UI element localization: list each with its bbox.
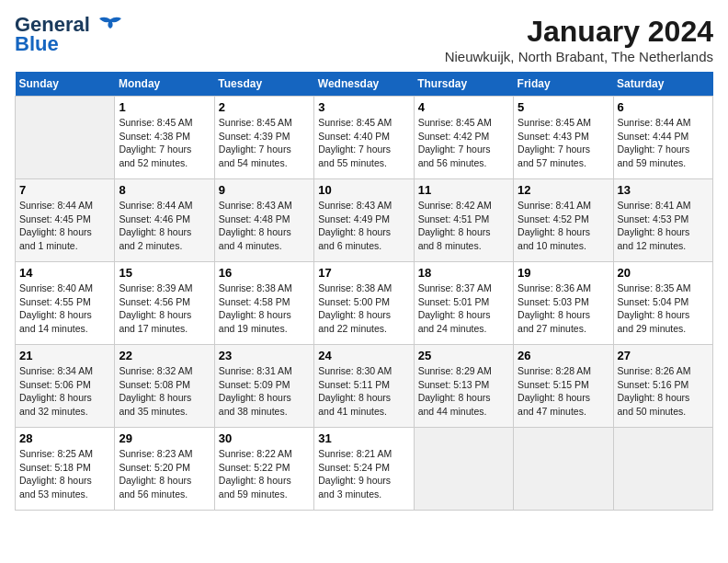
day-info: Sunrise: 8:37 AMSunset: 5:01 PMDaylight:… [418, 282, 509, 336]
day-number: 2 [219, 100, 310, 114]
day-number: 18 [418, 266, 509, 280]
calendar-cell: 23Sunrise: 8:31 AMSunset: 5:09 PMDayligh… [214, 345, 313, 428]
calendar-cell: 16Sunrise: 8:38 AMSunset: 4:58 PMDayligh… [214, 262, 313, 345]
calendar-cell [16, 97, 115, 179]
day-number: 14 [19, 266, 110, 280]
day-info: Sunrise: 8:44 AMSunset: 4:45 PMDaylight:… [19, 199, 110, 253]
logo: General Blue [15, 15, 123, 54]
day-info: Sunrise: 8:31 AMSunset: 5:09 PMDaylight:… [219, 364, 310, 419]
calendar-cell: 14Sunrise: 8:40 AMSunset: 4:55 PMDayligh… [16, 262, 115, 345]
day-info: Sunrise: 8:38 AMSunset: 4:58 PMDaylight:… [219, 282, 310, 336]
day-info: Sunrise: 8:28 AMSunset: 5:15 PMDaylight:… [518, 364, 609, 419]
calendar-cell: 20Sunrise: 8:35 AMSunset: 5:04 PMDayligh… [613, 262, 712, 345]
day-info: Sunrise: 8:44 AMSunset: 4:46 PMDaylight:… [119, 199, 210, 253]
day-number: 21 [19, 349, 110, 362]
calendar-cell: 15Sunrise: 8:39 AMSunset: 4:56 PMDayligh… [115, 262, 214, 345]
day-number: 28 [19, 431, 110, 445]
calendar-cell: 31Sunrise: 8:21 AMSunset: 5:24 PMDayligh… [314, 428, 414, 511]
day-number: 15 [119, 266, 210, 280]
week-row-2: 7Sunrise: 8:44 AMSunset: 4:45 PMDaylight… [16, 179, 713, 262]
day-number: 17 [318, 266, 409, 280]
day-info: Sunrise: 8:32 AMSunset: 5:08 PMDaylight:… [119, 364, 210, 419]
calendar-cell: 22Sunrise: 8:32 AMSunset: 5:08 PMDayligh… [115, 345, 214, 428]
day-info: Sunrise: 8:45 AMSunset: 4:39 PMDaylight:… [219, 116, 310, 170]
col-sunday: Sunday [16, 72, 115, 97]
calendar-cell: 13Sunrise: 8:41 AMSunset: 4:53 PMDayligh… [613, 179, 712, 262]
calendar-table: Sunday Monday Tuesday Wednesday Thursday… [15, 72, 713, 511]
day-number: 13 [618, 183, 709, 197]
day-info: Sunrise: 8:45 AMSunset: 4:38 PMDaylight:… [119, 116, 210, 170]
day-info: Sunrise: 8:35 AMSunset: 5:04 PMDaylight:… [618, 282, 709, 336]
day-info: Sunrise: 8:26 AMSunset: 5:16 PMDaylight:… [618, 364, 709, 419]
day-info: Sunrise: 8:43 AMSunset: 4:48 PMDaylight:… [219, 199, 310, 253]
day-number: 30 [219, 431, 310, 445]
calendar-cell: 10Sunrise: 8:43 AMSunset: 4:49 PMDayligh… [314, 179, 414, 262]
day-number: 22 [119, 349, 210, 362]
day-info: Sunrise: 8:43 AMSunset: 4:49 PMDaylight:… [318, 199, 409, 253]
calendar-cell: 28Sunrise: 8:25 AMSunset: 5:18 PMDayligh… [16, 428, 115, 511]
calendar-cell: 30Sunrise: 8:22 AMSunset: 5:22 PMDayligh… [214, 428, 313, 511]
calendar-cell: 25Sunrise: 8:29 AMSunset: 5:13 PMDayligh… [414, 345, 513, 428]
day-info: Sunrise: 8:21 AMSunset: 5:24 PMDaylight:… [318, 447, 409, 501]
calendar-cell: 21Sunrise: 8:34 AMSunset: 5:06 PMDayligh… [16, 345, 115, 428]
day-number: 29 [119, 431, 210, 445]
day-number: 4 [418, 100, 509, 114]
calendar-cell: 2Sunrise: 8:45 AMSunset: 4:39 PMDaylight… [214, 97, 313, 179]
day-number: 7 [19, 183, 110, 197]
week-row-3: 14Sunrise: 8:40 AMSunset: 4:55 PMDayligh… [16, 262, 713, 345]
day-info: Sunrise: 8:45 AMSunset: 4:43 PMDaylight:… [518, 116, 609, 170]
calendar-cell: 17Sunrise: 8:38 AMSunset: 5:00 PMDayligh… [314, 262, 414, 345]
day-number: 5 [518, 100, 609, 114]
day-number: 20 [618, 266, 709, 280]
day-number: 8 [119, 183, 210, 197]
day-number: 31 [318, 431, 409, 445]
day-number: 11 [418, 183, 509, 197]
day-info: Sunrise: 8:41 AMSunset: 4:53 PMDaylight:… [618, 199, 709, 253]
day-number: 6 [618, 100, 709, 114]
title-block: January 2024 Nieuwkuijk, North Brabant, … [445, 15, 713, 64]
day-info: Sunrise: 8:29 AMSunset: 5:13 PMDaylight:… [418, 364, 509, 419]
day-info: Sunrise: 8:45 AMSunset: 4:42 PMDaylight:… [418, 116, 509, 170]
main-title: January 2024 [445, 15, 713, 49]
day-info: Sunrise: 8:34 AMSunset: 5:06 PMDaylight:… [19, 364, 110, 419]
calendar-cell: 26Sunrise: 8:28 AMSunset: 5:15 PMDayligh… [514, 345, 613, 428]
calendar-cell: 5Sunrise: 8:45 AMSunset: 4:43 PMDaylight… [514, 97, 613, 179]
calendar-cell: 29Sunrise: 8:23 AMSunset: 5:20 PMDayligh… [115, 428, 214, 511]
calendar-cell: 4Sunrise: 8:45 AMSunset: 4:42 PMDaylight… [414, 97, 513, 179]
day-number: 26 [518, 349, 609, 362]
col-monday: Monday [115, 72, 214, 97]
day-info: Sunrise: 8:36 AMSunset: 5:03 PMDaylight:… [518, 282, 609, 336]
day-number: 12 [518, 183, 609, 197]
calendar-cell [414, 428, 513, 511]
day-number: 25 [418, 349, 509, 362]
col-friday: Friday [514, 72, 613, 97]
calendar-cell: 24Sunrise: 8:30 AMSunset: 5:11 PMDayligh… [314, 345, 414, 428]
col-tuesday: Tuesday [214, 72, 313, 97]
calendar-cell: 3Sunrise: 8:45 AMSunset: 4:40 PMDaylight… [314, 97, 414, 179]
day-number: 10 [318, 183, 409, 197]
calendar-cell: 1Sunrise: 8:45 AMSunset: 4:38 PMDaylight… [115, 97, 214, 179]
day-info: Sunrise: 8:22 AMSunset: 5:22 PMDaylight:… [219, 447, 310, 501]
day-info: Sunrise: 8:38 AMSunset: 5:00 PMDaylight:… [318, 282, 409, 336]
col-thursday: Thursday [414, 72, 513, 97]
calendar-cell: 12Sunrise: 8:41 AMSunset: 4:52 PMDayligh… [514, 179, 613, 262]
calendar-body: 1Sunrise: 8:45 AMSunset: 4:38 PMDaylight… [16, 97, 713, 511]
header: General Blue January 2024 Nieuwkuijk, No… [15, 15, 713, 64]
calendar-cell [514, 428, 613, 511]
day-number: 9 [219, 183, 310, 197]
day-number: 27 [618, 349, 709, 362]
day-number: 23 [219, 349, 310, 362]
subtitle: Nieuwkuijk, North Brabant, The Netherlan… [445, 49, 713, 64]
calendar-cell: 6Sunrise: 8:44 AMSunset: 4:44 PMDaylight… [613, 97, 712, 179]
day-info: Sunrise: 8:44 AMSunset: 4:44 PMDaylight:… [618, 116, 709, 170]
day-number: 16 [219, 266, 310, 280]
calendar-cell: 11Sunrise: 8:42 AMSunset: 4:51 PMDayligh… [414, 179, 513, 262]
col-wednesday: Wednesday [314, 72, 414, 97]
logo-bottom: Blue [15, 34, 59, 54]
day-number: 24 [318, 349, 409, 362]
logo-bird-icon [97, 16, 123, 36]
calendar-cell: 27Sunrise: 8:26 AMSunset: 5:16 PMDayligh… [613, 345, 712, 428]
day-info: Sunrise: 8:41 AMSunset: 4:52 PMDaylight:… [518, 199, 609, 253]
day-number: 19 [518, 266, 609, 280]
header-row: Sunday Monday Tuesday Wednesday Thursday… [16, 72, 713, 97]
